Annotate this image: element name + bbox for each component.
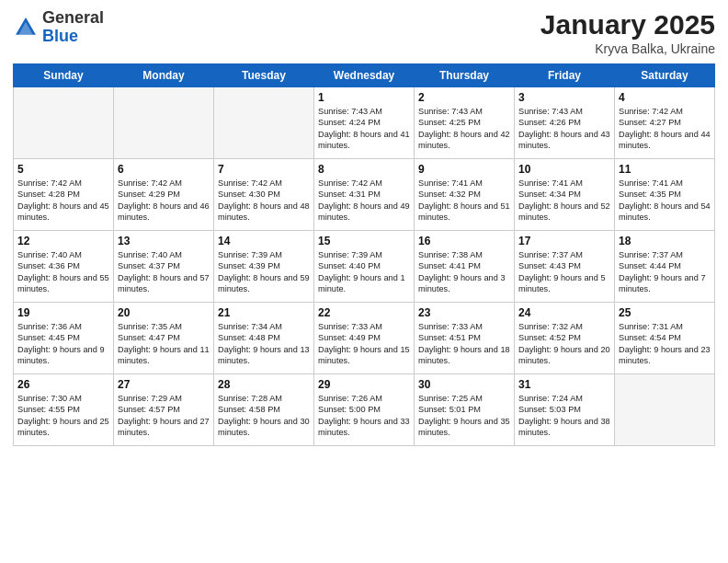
- calendar-cell: 14Sunrise: 7:39 AM Sunset: 4:39 PM Dayli…: [214, 231, 314, 303]
- day-info: Sunrise: 7:42 AM Sunset: 4:29 PM Dayligh…: [118, 178, 210, 224]
- calendar-subtitle: Kryva Balka, Ukraine: [540, 41, 715, 56]
- day-number: 13: [118, 235, 210, 247]
- calendar-cell: 30Sunrise: 7:25 AM Sunset: 5:01 PM Dayli…: [415, 374, 515, 446]
- logo-icon: [13, 15, 39, 40]
- calendar-cell: 19Sunrise: 7:36 AM Sunset: 4:45 PM Dayli…: [14, 303, 114, 374]
- header: General Blue January 2025 Kryva Balka, U…: [13, 9, 715, 56]
- calendar-cell: 18Sunrise: 7:37 AM Sunset: 4:44 PM Dayli…: [615, 231, 715, 303]
- calendar-cell: 15Sunrise: 7:39 AM Sunset: 4:40 PM Dayli…: [314, 231, 415, 303]
- day-info: Sunrise: 7:42 AM Sunset: 4:27 PM Dayligh…: [619, 106, 711, 152]
- day-info: Sunrise: 7:24 AM Sunset: 5:03 PM Dayligh…: [518, 393, 610, 439]
- logo-general: General: [42, 8, 104, 27]
- calendar-cell: 26Sunrise: 7:30 AM Sunset: 4:55 PM Dayli…: [14, 374, 114, 446]
- day-number: 19: [17, 306, 109, 319]
- day-info: Sunrise: 7:34 AM Sunset: 4:48 PM Dayligh…: [218, 321, 310, 367]
- week-row-1: 1Sunrise: 7:43 AM Sunset: 4:24 PM Daylig…: [14, 87, 715, 159]
- day-info: Sunrise: 7:41 AM Sunset: 4:34 PM Dayligh…: [518, 178, 610, 224]
- day-info: Sunrise: 7:40 AM Sunset: 4:36 PM Dayligh…: [17, 249, 109, 295]
- day-info: Sunrise: 7:36 AM Sunset: 4:45 PM Dayligh…: [17, 321, 109, 367]
- calendar-cell: 27Sunrise: 7:29 AM Sunset: 4:57 PM Dayli…: [114, 374, 214, 446]
- calendar-cell: [214, 87, 314, 159]
- day-number: 23: [418, 306, 510, 319]
- day-number: 24: [518, 306, 610, 319]
- day-info: Sunrise: 7:39 AM Sunset: 4:40 PM Dayligh…: [318, 249, 410, 295]
- week-row-3: 12Sunrise: 7:40 AM Sunset: 4:36 PM Dayli…: [14, 231, 715, 303]
- day-number: 8: [318, 163, 410, 176]
- day-number: 2: [418, 91, 510, 104]
- day-number: 22: [318, 306, 410, 319]
- col-header-tuesday: Tuesday: [214, 64, 314, 87]
- day-number: 30: [418, 378, 510, 391]
- day-number: 1: [318, 91, 410, 104]
- day-number: 29: [318, 378, 410, 391]
- calendar-cell: 7Sunrise: 7:42 AM Sunset: 4:30 PM Daylig…: [214, 159, 314, 231]
- day-info: Sunrise: 7:41 AM Sunset: 4:35 PM Dayligh…: [619, 178, 711, 224]
- day-number: 21: [218, 306, 310, 319]
- calendar-cell: 6Sunrise: 7:42 AM Sunset: 4:29 PM Daylig…: [114, 159, 214, 231]
- day-info: Sunrise: 7:42 AM Sunset: 4:31 PM Dayligh…: [318, 178, 410, 224]
- day-number: 16: [418, 235, 510, 247]
- day-number: 18: [619, 235, 711, 247]
- calendar-cell: 5Sunrise: 7:42 AM Sunset: 4:28 PM Daylig…: [14, 159, 114, 231]
- calendar-cell: 22Sunrise: 7:33 AM Sunset: 4:49 PM Dayli…: [314, 303, 415, 374]
- day-info: Sunrise: 7:39 AM Sunset: 4:39 PM Dayligh…: [218, 249, 310, 295]
- col-header-monday: Monday: [114, 64, 214, 87]
- day-info: Sunrise: 7:30 AM Sunset: 4:55 PM Dayligh…: [17, 393, 109, 439]
- day-number: 6: [118, 163, 210, 176]
- title-block: January 2025 Kryva Balka, Ukraine: [540, 9, 715, 56]
- col-header-wednesday: Wednesday: [314, 64, 415, 87]
- logo: General Blue: [13, 9, 104, 46]
- col-header-thursday: Thursday: [415, 64, 515, 87]
- day-number: 31: [518, 378, 610, 391]
- calendar-cell: 1Sunrise: 7:43 AM Sunset: 4:24 PM Daylig…: [314, 87, 415, 159]
- day-info: Sunrise: 7:35 AM Sunset: 4:47 PM Dayligh…: [118, 321, 210, 367]
- calendar-cell: 29Sunrise: 7:26 AM Sunset: 5:00 PM Dayli…: [314, 374, 415, 446]
- day-info: Sunrise: 7:43 AM Sunset: 4:26 PM Dayligh…: [518, 106, 610, 152]
- calendar-cell: 12Sunrise: 7:40 AM Sunset: 4:36 PM Dayli…: [14, 231, 114, 303]
- day-info: Sunrise: 7:32 AM Sunset: 4:52 PM Dayligh…: [518, 321, 610, 367]
- day-info: Sunrise: 7:43 AM Sunset: 4:25 PM Dayligh…: [418, 106, 510, 152]
- day-info: Sunrise: 7:25 AM Sunset: 5:01 PM Dayligh…: [418, 393, 510, 439]
- day-info: Sunrise: 7:29 AM Sunset: 4:57 PM Dayligh…: [118, 393, 210, 439]
- day-info: Sunrise: 7:33 AM Sunset: 4:49 PM Dayligh…: [318, 321, 410, 367]
- day-number: 14: [218, 235, 310, 247]
- header-row: SundayMondayTuesdayWednesdayThursdayFrid…: [14, 64, 715, 87]
- calendar-cell: 8Sunrise: 7:42 AM Sunset: 4:31 PM Daylig…: [314, 159, 415, 231]
- day-number: 17: [518, 235, 610, 247]
- day-info: Sunrise: 7:38 AM Sunset: 4:41 PM Dayligh…: [418, 249, 510, 295]
- day-info: Sunrise: 7:33 AM Sunset: 4:51 PM Dayligh…: [418, 321, 510, 367]
- page: General Blue January 2025 Kryva Balka, U…: [0, 0, 728, 563]
- day-number: 20: [118, 306, 210, 319]
- calendar-cell: [14, 87, 114, 159]
- logo-blue: Blue: [42, 27, 78, 45]
- calendar-cell: 10Sunrise: 7:41 AM Sunset: 4:34 PM Dayli…: [515, 159, 615, 231]
- week-row-5: 26Sunrise: 7:30 AM Sunset: 4:55 PM Dayli…: [14, 374, 715, 446]
- day-number: 12: [17, 235, 109, 247]
- day-info: Sunrise: 7:42 AM Sunset: 4:28 PM Dayligh…: [17, 178, 109, 224]
- calendar-cell: 4Sunrise: 7:42 AM Sunset: 4:27 PM Daylig…: [615, 87, 715, 159]
- calendar-cell: 21Sunrise: 7:34 AM Sunset: 4:48 PM Dayli…: [214, 303, 314, 374]
- calendar-cell: 16Sunrise: 7:38 AM Sunset: 4:41 PM Dayli…: [415, 231, 515, 303]
- day-number: 9: [418, 163, 510, 176]
- day-number: 25: [619, 306, 711, 319]
- day-number: 15: [318, 235, 410, 247]
- calendar-cell: 31Sunrise: 7:24 AM Sunset: 5:03 PM Dayli…: [515, 374, 615, 446]
- day-info: Sunrise: 7:26 AM Sunset: 5:00 PM Dayligh…: [318, 393, 410, 439]
- day-number: 27: [118, 378, 210, 391]
- calendar-cell: 25Sunrise: 7:31 AM Sunset: 4:54 PM Dayli…: [615, 303, 715, 374]
- calendar-title: January 2025: [540, 9, 715, 40]
- logo-text: General Blue: [42, 9, 104, 46]
- day-number: 28: [218, 378, 310, 391]
- day-number: 10: [518, 163, 610, 176]
- day-info: Sunrise: 7:28 AM Sunset: 4:58 PM Dayligh…: [218, 393, 310, 439]
- day-info: Sunrise: 7:41 AM Sunset: 4:32 PM Dayligh…: [418, 178, 510, 224]
- calendar-cell: 2Sunrise: 7:43 AM Sunset: 4:25 PM Daylig…: [415, 87, 515, 159]
- day-number: 11: [619, 163, 711, 176]
- day-info: Sunrise: 7:37 AM Sunset: 4:44 PM Dayligh…: [619, 249, 711, 295]
- day-number: 5: [17, 163, 109, 176]
- calendar-cell: 9Sunrise: 7:41 AM Sunset: 4:32 PM Daylig…: [415, 159, 515, 231]
- day-number: 3: [518, 91, 610, 104]
- week-row-2: 5Sunrise: 7:42 AM Sunset: 4:28 PM Daylig…: [14, 159, 715, 231]
- calendar-cell: 13Sunrise: 7:40 AM Sunset: 4:37 PM Dayli…: [114, 231, 214, 303]
- calendar-cell: [114, 87, 214, 159]
